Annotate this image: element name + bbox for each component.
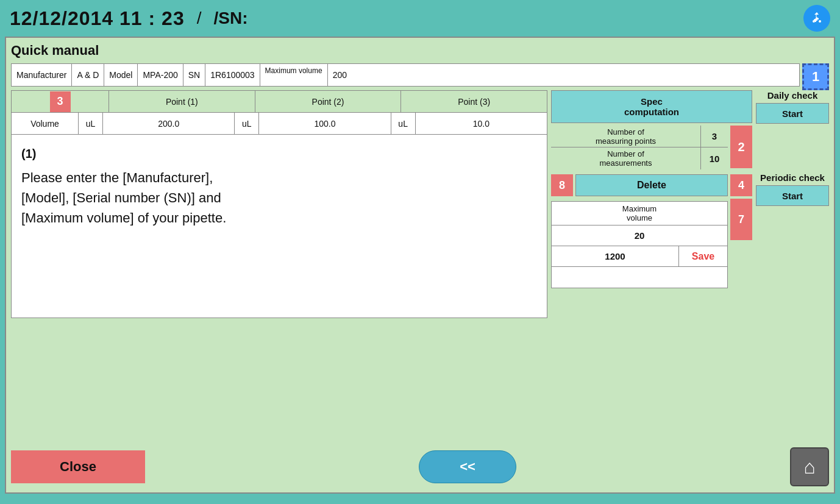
manufacturer-value: A & D [72, 64, 104, 86]
point3-label: Point (3) [401, 91, 547, 112]
spec-computation-button[interactable]: Speccomputation [551, 90, 752, 123]
step3-badge: 3 [50, 91, 71, 112]
main-container: Quick manual Manufacturer A & D Model MP… [5, 37, 835, 494]
meas-count-label: Number ofmeasurements [551, 147, 701, 169]
home-icon: ⌂ [803, 456, 815, 478]
meas-points-label: Number ofmeasuring points [551, 126, 701, 147]
instruction-step: (1) [21, 144, 537, 163]
maxvol-row2: 1200 Save [552, 246, 727, 267]
save-button[interactable]: Save [678, 246, 727, 266]
home-button[interactable]: ⌂ [790, 447, 829, 486]
daily-check-start-button[interactable]: Start [756, 103, 829, 124]
step2-badge: 2 [730, 126, 752, 168]
meas-points-value: 3 [701, 126, 728, 147]
step1-badge: 1 [802, 63, 829, 90]
step8-badge: 8 [551, 174, 573, 196]
content-area: 3 Point (1) Point (2) Point (3) Volume u… [11, 90, 829, 318]
vol-unit3: uL [391, 113, 416, 134]
sn-label: /SN: [213, 9, 247, 28]
step4-badge: 4 [730, 174, 752, 196]
step7-badge: 7 [730, 199, 752, 240]
maxvol-val1: 20 [552, 225, 727, 246]
max-volume-value: 200 [328, 64, 352, 86]
daily-check-section: Daily check Start [756, 90, 829, 124]
daily-check-label: Daily check [756, 90, 829, 101]
model-value: MPA-200 [138, 64, 183, 86]
instructions-area: (1) Please enter the [Manufacturer],[Mod… [12, 135, 547, 318]
left-panel: 3 Point (1) Point (2) Point (3) Volume u… [11, 90, 547, 318]
maxvol-header: Maximumvolume [552, 202, 727, 225]
maxvol-val3 [552, 267, 727, 288]
right-panel: Speccomputation Number ofmeasuring point… [551, 90, 752, 318]
meas-and-badge: Number ofmeasuring points 3 Number ofmea… [551, 126, 752, 169]
vol-val3: 10.0 [416, 113, 547, 134]
meas-table: Number ofmeasuring points 3 Number ofmea… [551, 126, 728, 169]
maxvol-val2: 1200 [552, 246, 678, 266]
action-row: 8 Delete 4 [551, 174, 752, 196]
sn-field-label: SN [183, 64, 205, 86]
datetime: 12/12/2014 11 : 23 [10, 7, 185, 30]
meas-points-row: Number ofmeasuring points 3 [551, 126, 728, 147]
step3-container: 3 [12, 91, 109, 112]
points-row: 3 Point (1) Point (2) Point (3) [12, 91, 547, 113]
meas-count-row: Number ofmeasurements 10 [551, 147, 728, 169]
meas-count-value: 10 [701, 147, 728, 169]
volume-label: Volume [12, 113, 79, 134]
bottom-bar: Close << ⌂ [11, 447, 829, 486]
vol-val1: 200.0 [103, 113, 235, 134]
svg-point-1 [819, 20, 821, 23]
check-panel: Daily check Start Periodic check Start [756, 90, 829, 318]
max-volume-label: Maximum volume [260, 64, 328, 86]
page-title: Quick manual [11, 43, 829, 59]
slash: / [197, 9, 202, 28]
point2-label: Point (2) [255, 91, 402, 112]
volume-row: Volume uL 200.0 uL 100.0 uL 10.0 [12, 113, 547, 135]
maxvol-table: Maximumvolume 20 1200 Save [551, 201, 728, 288]
usb-icon [803, 5, 830, 32]
vol-val2: 100.0 [259, 113, 391, 134]
model-label: Model [104, 64, 138, 86]
header: 12/12/2014 11 : 23 / /SN: [0, 0, 840, 37]
delete-button[interactable]: Delete [575, 174, 728, 196]
sn-field-value: 1R6100003 [205, 64, 260, 86]
periodic-check-start-button[interactable]: Start [756, 185, 829, 206]
periodic-check-label: Periodic check [756, 172, 829, 183]
back-button[interactable]: << [419, 450, 516, 483]
maxvol-row1: 20 [552, 225, 727, 246]
vol-unit1: uL [79, 113, 103, 134]
vol-unit2: uL [235, 113, 259, 134]
svg-point-0 [813, 20, 815, 23]
instruction-text: Please enter the [Manufacturer],[Model],… [21, 168, 537, 228]
periodic-check-section: Periodic check Start [756, 172, 829, 206]
maxvol-with-badge: Maximumvolume 20 1200 Save [551, 199, 752, 288]
point1-label: Point (1) [109, 91, 255, 112]
manufacturer-label: Manufacturer [12, 64, 72, 86]
info-bar: Manufacturer A & D Model MPA-200 SN 1R61… [11, 63, 800, 87]
maxvol-area: Maximumvolume 20 1200 Save [551, 199, 728, 288]
maxvol-row3 [552, 267, 727, 288]
close-button[interactable]: Close [11, 450, 145, 483]
